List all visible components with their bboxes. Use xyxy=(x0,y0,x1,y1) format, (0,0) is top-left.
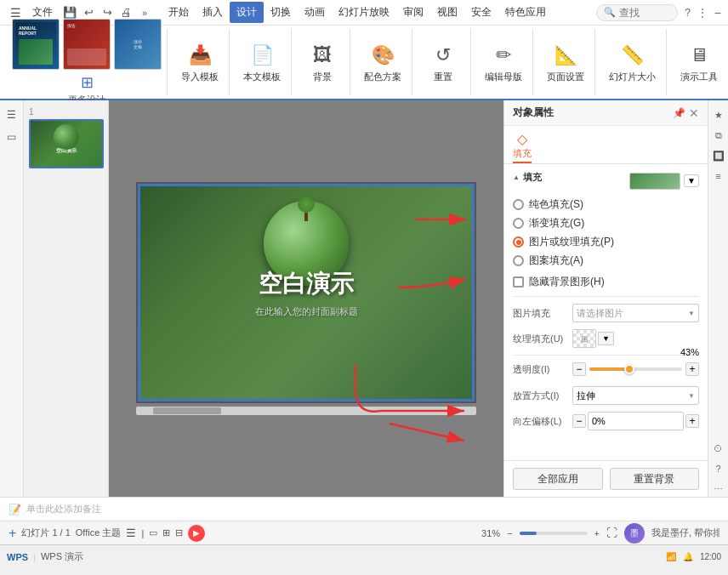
transparency-minus-button[interactable]: − xyxy=(572,362,586,376)
slide-number: 1 xyxy=(29,107,103,117)
texture-fill-label: 纹理填充(U) xyxy=(513,333,572,345)
slide-canvas[interactable]: 空白演示 在此输入您的封面副标题 xyxy=(136,182,476,403)
radio-gradient-fill[interactable]: 渐变填充(G) xyxy=(513,216,699,231)
present-tools-button[interactable]: 🖥 演示工具 xyxy=(675,40,723,85)
view-normal-icon[interactable]: ▭ xyxy=(149,527,157,538)
offset-value: 0% xyxy=(592,416,606,426)
menu-security[interactable]: 安全 xyxy=(464,2,498,23)
template-thumb-3[interactable]: 演示文稿 xyxy=(114,19,162,70)
offset-value-display[interactable]: 0% xyxy=(588,412,684,430)
template-thumb-2[interactable]: 报告 xyxy=(63,19,111,70)
slide-view-btn[interactable]: ▭ xyxy=(3,128,21,146)
history-icon[interactable]: ⏲ xyxy=(711,441,726,456)
text-template-button[interactable]: 📄 本文模板 xyxy=(238,40,286,85)
zoom-plus-btn[interactable]: + xyxy=(594,528,600,538)
image-fill-label: 图片填充 xyxy=(513,307,572,320)
more-options-icon[interactable]: ⋮ xyxy=(697,7,708,19)
slide-text-area: 空白演示 在此输入您的封面副标题 xyxy=(255,268,358,318)
offset-plus-button[interactable]: + xyxy=(685,414,699,428)
view-list-icon[interactable]: ⊟ xyxy=(175,527,183,538)
image-fill-row: 图片填充 请选择图片 ▼ xyxy=(513,304,699,322)
placement-row: 放置方式(I) 拉伸 ▼ xyxy=(513,386,699,405)
tab-fill[interactable]: ◇ 填充 xyxy=(513,131,532,163)
radio-solid-circle xyxy=(513,199,524,210)
colorscheme-icon: 🎨 xyxy=(369,42,396,69)
fill-color-preview[interactable] xyxy=(629,173,680,190)
radio-pattern-fill[interactable]: 图案填充(A) xyxy=(513,253,699,268)
image-fill-select[interactable]: 请选择图片 ▼ xyxy=(572,304,699,322)
texture-icon: ⊞ xyxy=(581,334,588,344)
background-label: 背景 xyxy=(313,71,332,83)
color-scheme-button[interactable]: 🎨 配色方案 xyxy=(359,40,407,85)
search-input[interactable] xyxy=(619,7,670,19)
hide-bg-checkbox[interactable]: 隐藏背景图形(H) xyxy=(513,275,699,289)
sort-icon[interactable]: ≡ xyxy=(711,168,726,184)
menu-design[interactable]: 设计 xyxy=(230,2,264,23)
placement-label: 放置方式(I) xyxy=(513,390,572,402)
ribbon-templates: ANNUALREPORT 报告 演示文稿 xyxy=(12,19,162,70)
play-button[interactable]: ▶ xyxy=(188,525,205,542)
menu-review[interactable]: 审阅 xyxy=(396,2,430,23)
menu-animation[interactable]: 动画 xyxy=(298,2,332,23)
outline-view-btn[interactable]: ☰ xyxy=(3,105,21,124)
menu-view[interactable]: 视图 xyxy=(430,2,464,23)
background-button[interactable]: 🖼 背景 xyxy=(300,40,344,85)
taskbar-start[interactable]: WPS xyxy=(7,552,28,562)
minimize-icon[interactable]: − xyxy=(714,6,721,20)
reset-bg-button[interactable]: 重置背景 xyxy=(610,468,700,490)
placement-select[interactable]: 拉伸 ▼ xyxy=(572,386,699,405)
object-properties-panel: 对象属性 📌 ✕ ◇ 填充 填充 ▼ xyxy=(503,100,708,497)
menu-insert[interactable]: 插入 xyxy=(196,2,230,23)
fit-to-window-icon[interactable]: ⛶ xyxy=(606,527,617,539)
ribbon-colorscheme-section: 🎨 配色方案 xyxy=(354,29,412,95)
view-grid-icon[interactable]: ⊞ xyxy=(162,527,170,538)
page-setup-button[interactable]: 📐 页面设置 xyxy=(542,40,589,85)
tree-decoration xyxy=(293,196,319,221)
help-side-icon[interactable]: ? xyxy=(711,461,726,476)
template-thumb-1[interactable]: ANNUALREPORT xyxy=(12,19,60,70)
format-icon[interactable]: 🔲 xyxy=(711,148,726,163)
menu-special[interactable]: 特色应用 xyxy=(498,2,553,23)
apply-all-button[interactable]: 全部应用 xyxy=(513,468,603,490)
layout-outline-icon[interactable]: ☰ xyxy=(126,527,136,539)
radio-image-texture-fill[interactable]: 图片或纹理填充(P) xyxy=(513,235,699,249)
texture-dropdown-arrow[interactable]: ▼ xyxy=(598,332,614,345)
transparency-track[interactable] xyxy=(589,367,682,371)
slide-size-button[interactable]: 📏 幻灯片大小 xyxy=(604,40,661,85)
edit-master-button[interactable]: ✏ 编辑母版 xyxy=(480,40,527,85)
zoom-minus-btn[interactable]: − xyxy=(507,528,512,538)
search-icon: 🔍 xyxy=(604,7,616,18)
panel-pin-icon[interactable]: 📌 xyxy=(673,107,685,119)
menu-items: 开始 插入 设计 切换 动画 幻灯片放映 审阅 视图 安全 特色应用 xyxy=(162,2,553,23)
menu-transition[interactable]: 切换 xyxy=(264,2,298,23)
note-placeholder[interactable]: 单击此处添加备注 xyxy=(26,503,101,515)
panel-close-button[interactable]: ✕ xyxy=(689,106,699,120)
transparency-plus-button[interactable]: + xyxy=(685,362,699,376)
slide-thumb-1[interactable]: 空白演示 xyxy=(29,119,104,168)
reset-button[interactable]: ↺ 重置 xyxy=(421,40,465,85)
scrollbar-thumb[interactable] xyxy=(153,407,221,414)
dots-icon[interactable]: ⋯ xyxy=(711,481,726,497)
texture-fill-button[interactable]: ⊞ xyxy=(572,329,596,348)
menu-start[interactable]: 开始 xyxy=(162,2,196,23)
ribbon-editmaster-section: ✏ 编辑母版 xyxy=(475,29,533,95)
status-bar: + 幻灯片 1 / 1 Office 主题 ☰ | ▭ ⊞ ⊟ ▶ 31% − … xyxy=(0,521,728,544)
taskbar-notify-2[interactable]: 🔔 xyxy=(683,552,693,561)
offset-minus-button[interactable]: − xyxy=(572,414,586,428)
copy-icon[interactable]: ⧉ xyxy=(711,128,726,143)
color-dropdown-arrow[interactable]: ▼ xyxy=(684,174,699,187)
panel-content: 填充 ▼ 纯色填充(S) 渐变填充(G) 图片或纹理填充(P) xyxy=(504,164,708,460)
horizontal-scrollbar[interactable] xyxy=(136,407,476,415)
bookmark-icon[interactable]: ★ xyxy=(711,107,726,122)
search-area[interactable]: 🔍 xyxy=(596,4,678,21)
taskbar-notify-1[interactable]: 📶 xyxy=(666,552,676,561)
transparency-control: 43% − + xyxy=(572,362,699,376)
menu-slideshow[interactable]: 幻灯片放映 xyxy=(332,2,396,23)
zoom-track[interactable] xyxy=(520,532,588,535)
radio-solid-fill[interactable]: 纯色填充(S) xyxy=(513,197,699,212)
help-icon[interactable]: ? xyxy=(685,7,691,19)
add-slide-button[interactable]: + xyxy=(9,526,16,541)
transparency-thumb[interactable] xyxy=(624,364,634,374)
import-template-button[interactable]: 📥 导入模板 xyxy=(176,40,224,85)
offset-left-label: 向左偏移(L) xyxy=(513,415,572,428)
